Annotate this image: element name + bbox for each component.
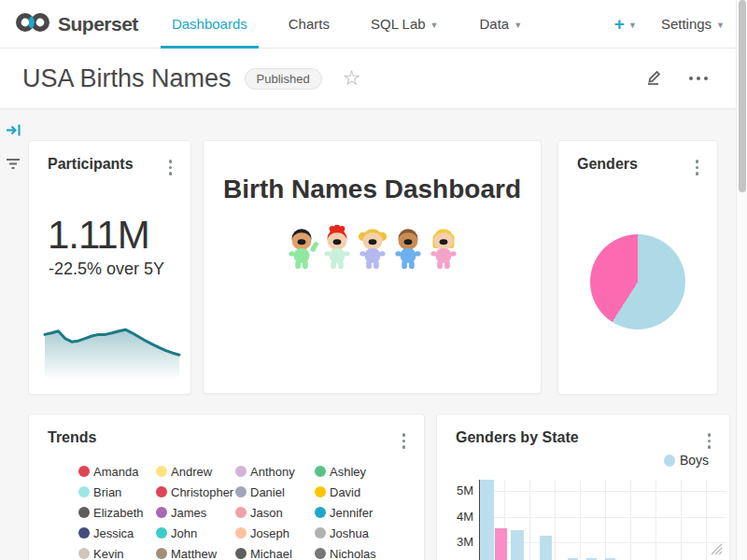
nav-data-label: Data: [480, 16, 510, 32]
legend-dot: [315, 527, 326, 539]
filter-rail: [0, 109, 26, 178]
legend-label: Kevin: [93, 547, 124, 560]
nav-sql-lab[interactable]: SQL Lab ▼: [350, 0, 459, 49]
legend-dot: [78, 527, 90, 539]
filter-icon[interactable]: [0, 150, 26, 176]
legend-label: Matthew: [171, 547, 217, 560]
legend-item-nicholas[interactable]: Nicholas: [315, 547, 394, 560]
legend-dot: [235, 466, 247, 477]
more-actions-icon[interactable]: [685, 73, 712, 84]
legend-dot: [156, 527, 167, 539]
legend-dot: [156, 466, 167, 477]
markdown-title: Birth Names Dashboard: [204, 141, 541, 204]
kebab-menu-icon[interactable]: [690, 156, 705, 179]
legend-label: Brian: [93, 485, 121, 499]
legend-item-james[interactable]: James: [156, 506, 235, 520]
participants-sparkline: [42, 312, 182, 383]
published-badge[interactable]: Published: [245, 68, 322, 90]
bar-boys-0[interactable]: [480, 480, 494, 560]
chevron-down-icon: ▼: [514, 21, 522, 30]
vertical-scrollbar[interactable]: [736, 0, 747, 560]
chevron-down-icon: ▼: [716, 21, 725, 30]
nav-charts[interactable]: Charts: [268, 0, 350, 49]
resize-handle-icon[interactable]: [706, 539, 723, 559]
participants-subheader: -22.5% over 5Y: [29, 258, 190, 279]
legend-label: James: [171, 506, 206, 520]
legend-item-ashley[interactable]: Ashley: [315, 465, 394, 479]
superset-logo[interactable]: Superset: [0, 10, 151, 38]
main-nav: Dashboards Charts SQL Lab ▼ Data ▼: [151, 0, 543, 49]
legend-label: Andrew: [171, 465, 212, 479]
legend-item-elizabeth[interactable]: Elizabeth: [78, 506, 156, 520]
legend-item-kevin[interactable]: Kevin: [78, 547, 156, 560]
legend-label: Joseph: [250, 526, 289, 540]
legend-item-david[interactable]: David: [315, 485, 394, 499]
y-axis-tick: 4M: [445, 510, 473, 524]
legend-label: Jason: [250, 506, 283, 520]
kid-figure-3: [356, 225, 389, 273]
kebab-menu-icon[interactable]: [163, 156, 178, 179]
legend-item-jessica[interactable]: Jessica: [78, 526, 156, 540]
legend-label: Jennifer: [330, 506, 373, 520]
genders-card-title: Genders: [577, 156, 638, 173]
bar-boys-3[interactable]: [540, 536, 552, 560]
legend-item-daniel[interactable]: Daniel: [235, 485, 315, 499]
infinity-logo-icon: [15, 10, 50, 38]
favorite-star-icon[interactable]: ☆: [343, 68, 361, 89]
bar-girls-1[interactable]: [495, 528, 507, 560]
legend-label: David: [330, 485, 360, 499]
legend-label: Christopher: [171, 485, 233, 499]
markdown-header-card: Birth Names Dashboard: [203, 140, 542, 394]
chevron-down-icon: ▼: [430, 21, 439, 30]
y-axis-tick: 5M: [445, 483, 473, 497]
legend-label: Jessica: [93, 526, 134, 540]
legend-item-joshua[interactable]: Joshua: [315, 526, 394, 540]
bar-boys-2[interactable]: [511, 530, 524, 560]
dashboard-title: USA Births Names: [22, 64, 232, 93]
legend-label: Anthony: [250, 465, 295, 479]
legend-label: Michael: [250, 547, 292, 560]
legend-item-jason[interactable]: Jason: [235, 506, 315, 520]
new-item-button[interactable]: + ▼: [614, 15, 637, 33]
legend-item-jennifer[interactable]: Jennifer: [315, 506, 394, 520]
genders-pie-chart[interactable]: [590, 234, 685, 329]
nav-data[interactable]: Data ▼: [459, 0, 543, 49]
legend-dot: [78, 466, 90, 477]
genders-by-state-plot: 5M4M3M: [437, 414, 731, 560]
kid-figure-5: [427, 225, 460, 273]
expand-filter-bar-icon[interactable]: [0, 117, 26, 143]
legend-dot: [235, 527, 247, 539]
edit-pencil-icon[interactable]: [644, 66, 665, 91]
trends-card: Trends AmandaAndrewAnthonyAshleyBrianChr…: [28, 413, 425, 560]
legend-dot: [315, 466, 326, 477]
legend-item-anthony[interactable]: Anthony: [235, 465, 315, 479]
legend-item-joseph[interactable]: Joseph: [235, 526, 315, 540]
trends-legend: AmandaAndrewAnthonyAshleyBrianChristophe…: [78, 465, 424, 560]
legend-dot: [235, 507, 247, 518]
scrollbar-thumb[interactable]: [739, 0, 746, 192]
chevron-down-icon: ▼: [628, 21, 637, 30]
legend-label: Amanda: [93, 465, 138, 479]
kid-figure-1: [285, 225, 318, 273]
kid-figure-4: [391, 225, 425, 273]
legend-item-andrew[interactable]: Andrew: [156, 465, 235, 479]
settings-menu[interactable]: Settings ▼: [661, 16, 725, 32]
legend-dot: [78, 486, 90, 497]
legend-label: Daniel: [250, 485, 285, 499]
kebab-menu-icon[interactable]: [397, 429, 412, 453]
legend-item-matthew[interactable]: Matthew: [156, 547, 235, 560]
legend-dot: [156, 548, 167, 559]
legend-dot: [315, 507, 326, 518]
settings-label: Settings: [661, 16, 712, 32]
legend-item-christopher[interactable]: Christopher: [156, 485, 235, 499]
legend-item-john[interactable]: John: [156, 526, 235, 540]
gridline: [479, 491, 726, 492]
legend-item-brian[interactable]: Brian: [78, 485, 156, 499]
nav-dashboards[interactable]: Dashboards: [151, 0, 268, 49]
legend-item-michael[interactable]: Michael: [235, 547, 315, 560]
brand-name: Superset: [58, 13, 138, 35]
genders-by-state-card: Genders by State Boys 5M4M3M: [436, 413, 730, 560]
legend-item-amanda[interactable]: Amanda: [78, 465, 156, 479]
header-actions: [644, 66, 725, 91]
navbar-right: + ▼ Settings ▼: [614, 15, 747, 33]
